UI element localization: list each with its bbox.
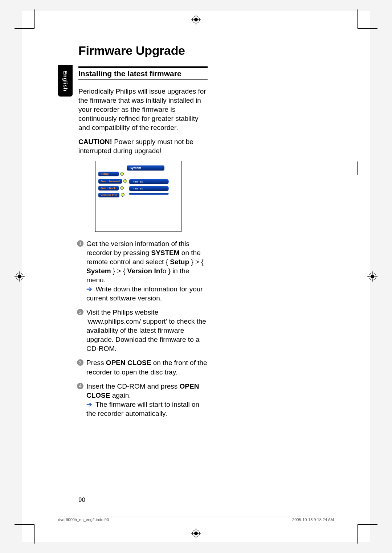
registration-mark-icon [367,271,377,282]
language-tab: English [58,65,73,97]
menu-row-jump-back: Jump back [98,186,124,191]
menu-row-jump-forward: Jump forward [98,179,127,184]
step-item: 2Visit the Philips website ‘www.philips.… [78,308,208,353]
intro-paragraph: Periodically Philips will issue upgrades… [78,87,208,132]
step-bullet-icon: 4 [77,383,83,389]
step-body: Press OPEN CLOSE on the front of the rec… [86,359,207,376]
menu-row-version-info: Version Info [98,193,124,197]
content-area: Firmware Upgrade English Installing the … [58,44,334,423]
menu-top-label: System [127,165,164,171]
footer-left: dvdr9000h_eu_eng2.indd 90 [58,517,109,523]
onscreen-menu-screenshot: System Setup Jump forward mm : ss Jump b… [95,161,181,232]
page-title: Firmware Upgrade [78,44,334,58]
crop-mark-icon [15,524,34,525]
print-footer: dvdr9000h_eu_eng2.indd 90 2005-10-13 9:1… [58,516,334,523]
menu-val-jump-back: mm : ss [129,186,169,191]
arrow-icon: ➔ [86,401,92,408]
caution-paragraph: CAUTION! Power supply must not be interr… [78,137,208,155]
crop-mark-icon [358,28,377,29]
page-number: 90 [78,496,85,504]
crop-mark-icon [15,28,34,29]
section-heading-wrap: Installing the latest firmware [78,66,208,80]
crop-mark-icon [34,9,35,28]
step-bullet-icon: 2 [77,309,83,315]
section-heading: Installing the latest firmware [78,69,208,78]
step-item: 4Insert the CD-ROM and press OPEN CLOSE … [78,382,208,418]
step-bullet-icon: 1 [77,240,83,247]
registration-mark-icon [15,271,25,282]
crop-mark-icon [357,161,358,175]
step-result: The firmware will start to install on th… [86,401,199,417]
crop-mark-icon [358,524,377,525]
step-body: Insert the CD-ROM and press OPEN CLOSE a… [86,382,199,399]
arrow-icon: ➔ [86,285,92,293]
crop-mark-icon [357,525,358,544]
steps-list: 1Get the version information of this rec… [78,239,208,418]
step-body: Visit the Philips website ‘www.philips.c… [86,308,206,352]
page-surface: Firmware Upgrade English Installing the … [22,11,370,542]
main-column: Installing the latest firmware Periodica… [78,66,208,418]
menu-val-jump-forward: mm : ss [129,179,169,184]
step-result: Write down the information for your curr… [86,285,203,302]
registration-mark-icon [191,528,201,538]
step-item: 3Press OPEN CLOSE on the front of the re… [78,358,208,376]
crop-mark-icon [357,9,358,28]
crop-mark-icon [34,525,35,544]
footer-right: 2005-10-13 9:18:24 AM [292,517,334,523]
menu-row-setup: Setup [98,172,124,176]
registration-mark-icon [191,15,201,25]
menu-val-version-info [129,193,169,195]
step-body: Get the version information of this reco… [86,240,204,284]
step-bullet-icon: 3 [77,359,83,366]
step-item: 1Get the version information of this rec… [78,239,208,303]
